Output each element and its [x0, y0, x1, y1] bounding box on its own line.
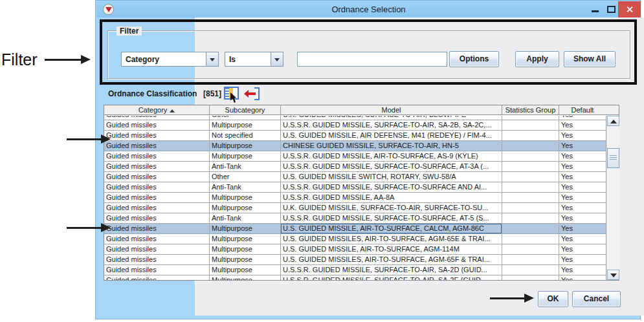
column-header-subcategory[interactable]: Subcategory — [210, 105, 281, 114]
cell-statistics-group[interactable] — [502, 131, 559, 141]
cell-subcategory[interactable]: Anti-Tank — [210, 182, 281, 193]
column-header-category[interactable]: Category — [104, 105, 210, 114]
cell-statistics-group[interactable] — [502, 224, 559, 234]
cell-model[interactable]: U.K. GUIDED MISSILE, SURFACE-TO-AIR, SUR… — [281, 203, 502, 213]
cell-category[interactable]: Guided missiles — [104, 244, 210, 255]
cell-subcategory[interactable]: Multipurpose — [210, 203, 281, 213]
cell-category[interactable]: Guided missiles — [104, 162, 210, 172]
cell-subcategory[interactable]: Multipurpose — [210, 234, 281, 244]
table-row[interactable]: Guided missiles Anti-Tank U.S.S.R. GUIDE… — [104, 182, 606, 193]
cell-category[interactable]: Guided missiles — [104, 265, 210, 275]
cell-model[interactable]: U.S.S.R. GUIDED MISSILE, SURFACE-TO-SURF… — [281, 162, 502, 172]
cell-statistics-group[interactable] — [502, 172, 559, 182]
table-row[interactable]: Guided missiles Multipurpose U.S.S.R. GU… — [104, 275, 606, 280]
table-row[interactable]: Guided missiles Multipurpose U.K. GUIDED… — [104, 203, 606, 213]
cell-default[interactable]: Yes — [559, 141, 606, 151]
cell-statistics-group[interactable] — [502, 162, 559, 172]
cancel-button[interactable]: Cancel — [572, 291, 621, 307]
cell-model[interactable]: U.S. GUIDED MISSILE SWITCH, ROTARY, SWU-… — [281, 172, 502, 182]
cell-default[interactable]: Yes — [559, 255, 606, 265]
cell-category[interactable]: Guided missiles — [104, 172, 210, 182]
options-button[interactable]: Options — [449, 51, 499, 67]
cell-statistics-group[interactable] — [502, 265, 559, 275]
cell-category[interactable]: Guided missiles — [104, 151, 210, 162]
cell-statistics-group[interactable] — [502, 182, 559, 193]
cell-subcategory[interactable]: Multipurpose — [210, 275, 281, 280]
table-row[interactable]: Guided missiles Multipurpose U.S.S.R. GU… — [104, 120, 606, 131]
cell-model[interactable]: U.S. GUIDED MISSILES, AIR-TO-SURFACE, AG… — [281, 234, 502, 244]
cell-category[interactable]: Guided missiles — [104, 203, 210, 213]
cell-subcategory[interactable]: Multipurpose — [210, 244, 281, 255]
table-row[interactable]: Guided missiles Multipurpose U.S. GUIDED… — [104, 234, 606, 244]
ok-button[interactable]: OK — [538, 291, 568, 307]
cell-model[interactable]: U.S.S.R. GUIDED MISSILE, SURFACE-TO-AIR,… — [281, 265, 502, 275]
table-row[interactable]: Guided missiles Multipurpose U.S. GUIDED… — [104, 224, 606, 234]
cell-statistics-group[interactable] — [502, 151, 559, 162]
cell-default[interactable]: Yes — [559, 234, 606, 244]
filter-value-input[interactable] — [297, 52, 447, 67]
cell-subcategory[interactable]: Anti-Tank — [210, 162, 281, 172]
cell-model[interactable]: U.S. GUIDED MISSILE, AIR DEFENSE, M41 (R… — [281, 131, 502, 141]
cell-default[interactable]: Yes — [559, 275, 606, 280]
cell-statistics-group[interactable] — [502, 234, 559, 244]
cell-subcategory[interactable]: Multipurpose — [210, 120, 281, 131]
cell-default[interactable]: Yes — [559, 120, 606, 131]
cell-default[interactable]: Yes — [559, 244, 606, 255]
cell-default[interactable]: Yes — [559, 172, 606, 182]
cell-statistics-group[interactable] — [502, 116, 559, 120]
cell-category[interactable]: Guided missiles — [104, 131, 210, 141]
cell-model[interactable]: U.S.S.R. GUIDED MISSILE, SURFACE-TO-AIR,… — [281, 120, 502, 131]
table-row[interactable]: Guided missiles Multipurpose CHINESE GUI… — [104, 141, 606, 151]
cell-statistics-group[interactable] — [502, 141, 559, 151]
cell-subcategory[interactable]: Other — [210, 116, 281, 120]
cell-statistics-group[interactable] — [502, 255, 559, 265]
table-row[interactable]: Guided missiles Multipurpose U.S.S.R. GU… — [104, 265, 606, 275]
cell-model[interactable]: U.S. GUIDED MISSILES, AIR-TO-SURFACE, AG… — [281, 255, 502, 265]
filter-field-dropdown[interactable]: Category — [121, 52, 219, 67]
apply-button[interactable]: Apply — [515, 51, 559, 67]
cell-subcategory[interactable]: Multipurpose — [210, 255, 281, 265]
cell-category[interactable]: Guided missiles — [104, 213, 210, 224]
cell-category[interactable]: Guided missiles — [104, 141, 210, 151]
cell-default[interactable]: Yes — [559, 151, 606, 162]
cell-subcategory[interactable]: Multipurpose — [210, 265, 281, 275]
cell-default[interactable]: Yes — [559, 182, 606, 193]
cell-subcategory[interactable]: Anti-Tank — [210, 213, 281, 224]
column-header-statistics-group[interactable]: Statistics Group — [502, 105, 559, 114]
chevron-down-icon[interactable] — [271, 52, 283, 66]
cell-model[interactable]: U.S.S.R. GUIDED MISSILE, SURFACE-TO-SURF… — [281, 213, 502, 224]
table-row[interactable]: Guided missiles Anti-Tank U.S.S.R. GUIDE… — [104, 213, 606, 224]
table-row[interactable]: Guided missiles Multipurpose U.S. GUIDED… — [104, 244, 606, 255]
column-header-default[interactable]: Default — [559, 105, 606, 114]
cell-subcategory[interactable]: Other — [210, 172, 281, 182]
cell-category[interactable]: Guided missiles — [104, 193, 210, 203]
vertical-scrollbar[interactable] — [606, 116, 619, 280]
cell-statistics-group[interactable] — [502, 275, 559, 280]
cell-model[interactable]: U.S.S.R. GUIDED MISSILE, SURFACE-TO-AIR,… — [281, 275, 502, 280]
cell-default[interactable]: Yes — [559, 203, 606, 213]
cell-category[interactable]: Guided missiles — [104, 224, 210, 234]
cell-model[interactable]: U.S. GUIDED MISSILE, AIR-TO-SURFACE, CAL… — [281, 224, 502, 234]
cell-category[interactable]: Guided missiles — [104, 255, 210, 265]
column-header-model[interactable]: Model — [281, 105, 502, 114]
cell-model[interactable]: U.S.S.R. GUIDED MISSILE, SURFACE-TO-SURF… — [281, 182, 502, 193]
table-row[interactable]: Guided missiles Multipurpose U.S. GUIDED… — [104, 255, 606, 265]
return-selection-icon[interactable] — [244, 87, 260, 100]
cell-category[interactable]: Guided missiles — [104, 120, 210, 131]
cell-default[interactable]: Yes — [559, 224, 606, 234]
cell-model[interactable]: U.S.S.R. GUIDED MISSILE, AIR-TO-SURFACE,… — [281, 151, 502, 162]
cell-statistics-group[interactable] — [502, 203, 559, 213]
table-row[interactable]: Guided missiles Other U.K. GUIDED MISSIL… — [104, 116, 606, 120]
titlebar[interactable]: Ordnance Selection — [96, 1, 641, 17]
cell-statistics-group[interactable] — [502, 120, 559, 131]
cell-statistics-group[interactable] — [502, 213, 559, 224]
cell-default[interactable]: Yes — [559, 131, 606, 141]
cell-default[interactable]: Yes — [559, 265, 606, 275]
cell-subcategory[interactable]: Multipurpose — [210, 224, 281, 234]
filter-operator-dropdown[interactable]: Is — [225, 52, 283, 67]
cell-model[interactable]: CHINESE GUIDED MISSILE, SURFACE-TO-AIR, … — [281, 141, 502, 151]
scroll-down-icon[interactable] — [607, 270, 619, 280]
cell-subcategory[interactable]: Multipurpose — [210, 151, 281, 162]
cell-category[interactable]: Guided missiles — [104, 275, 210, 280]
scroll-up-icon[interactable] — [607, 116, 619, 126]
